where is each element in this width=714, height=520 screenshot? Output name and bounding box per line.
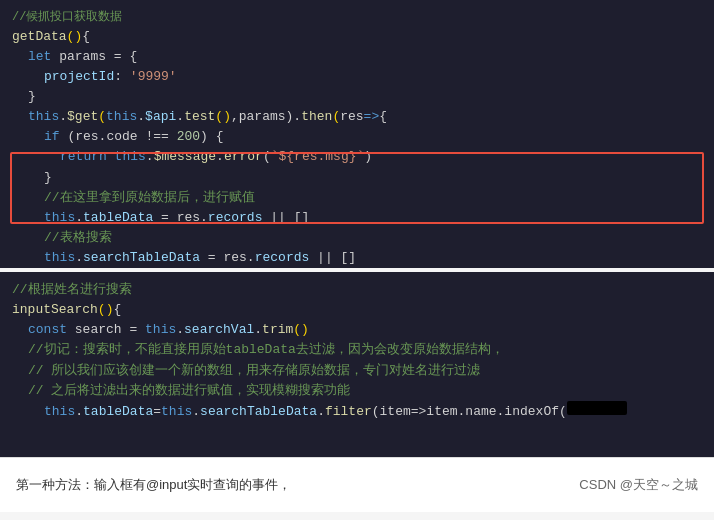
bottom-left-text: 第一种方法：输入框有@input实时查询的事件， [16, 476, 291, 494]
code-line: // 之后将过滤出来的数据进行赋值，实现模糊搜索功能 [12, 381, 702, 401]
code-line: // 所以我们应该创建一个新的数组，用来存储原始数据，专门对姓名进行过滤 [12, 361, 702, 381]
code-line: } [12, 87, 702, 107]
code-line: this.tableData=this.searchTableData.filt… [12, 401, 702, 422]
code-line: //根据姓名进行搜索 [12, 280, 702, 300]
bottom-right-text: CSDN @天空～之城 [579, 476, 698, 494]
code-line: let params = { [12, 47, 702, 67]
code-line: this.tableData = res.records || [] [12, 208, 702, 228]
code-line: getData(){ [12, 27, 702, 47]
code-line: inputSearch(){ [12, 300, 702, 320]
code-block-2: //根据姓名进行搜索 inputSearch(){ const search =… [0, 272, 714, 457]
code-line: //候抓投口获取数据 [12, 8, 702, 27]
code-block-1: //候抓投口获取数据 getData(){ let params = { pro… [0, 0, 714, 268]
code-line: this.$get(this.$api.test(),params).then(… [12, 107, 702, 127]
code-line: const search = this.searchVal.trim() [12, 320, 702, 340]
bottom-bar: 第一种方法：输入框有@input实时查询的事件， CSDN @天空～之城 [0, 457, 714, 512]
code-line: } [12, 168, 702, 188]
code-line: if (res.code !== 200) { [12, 127, 702, 147]
code-line: //在这里拿到原始数据后，进行赋值 [12, 188, 702, 208]
code-line: //切记：搜索时，不能直接用原始tableData去过滤，因为会改变原始数据结构… [12, 340, 702, 360]
code-line: projectId: '9999' [12, 67, 702, 87]
code-line: //表格搜索 [12, 228, 702, 248]
code-line: this.searchTableData = res.records || [] [12, 248, 702, 268]
code-line: return this.$message.error(`${res.msg}`) [12, 147, 702, 167]
